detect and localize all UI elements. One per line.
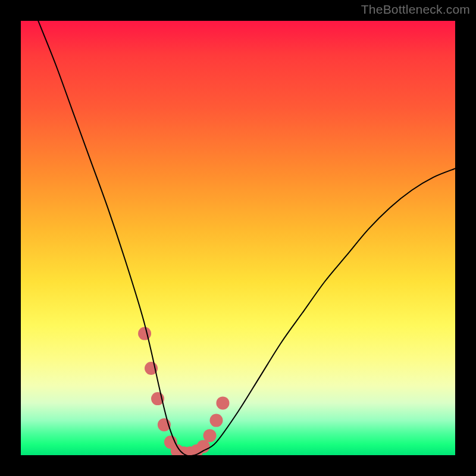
plot-area — [21, 21, 455, 455]
marker-dot — [210, 414, 223, 427]
marker-dot — [216, 396, 229, 409]
marker-dot — [138, 327, 151, 340]
marker-group — [138, 327, 229, 455]
chart-svg — [21, 21, 455, 455]
watermark-text: TheBottleneck.com — [361, 2, 470, 17]
bottleneck-curve — [38, 21, 455, 455]
chart-frame: TheBottleneck.com — [0, 0, 476, 476]
marker-dot — [203, 429, 217, 442]
